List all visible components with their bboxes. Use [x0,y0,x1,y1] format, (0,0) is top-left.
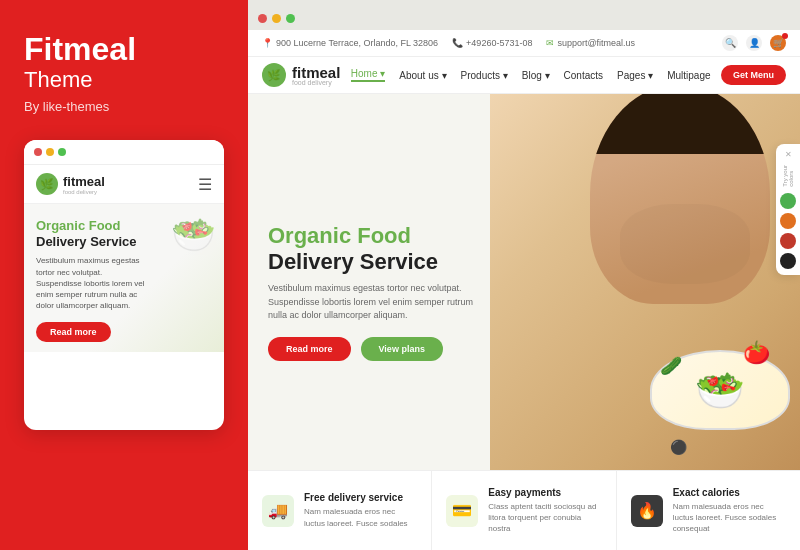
hero-image-area: 🥗 🍅 🥒 ⚫ [490,94,800,470]
hamburger-icon[interactable]: ☰ [198,175,212,194]
strip-calories: 🔥 Exact calories Nam malesuada eros nec … [617,471,800,550]
swatch-label: Try yourcolors [782,165,794,187]
swatch-dark[interactable] [780,253,796,269]
site-bottom-strips: 🚚 Free delivery service Nam malesuada er… [248,470,800,550]
mobile-dots [34,148,66,156]
mobile-header: 🌿 fitmeal food delivery ☰ [24,165,224,204]
read-more-button[interactable]: Read more [268,337,351,361]
mobile-hero-desc: Vestibulum maximus egestas tortor nec vo… [36,255,146,311]
topbar-left: 📍 900 Lucerne Terrace, Orlando, FL 32806… [262,38,635,48]
browser-dot-green [286,14,295,23]
browser-chrome [248,0,800,30]
user-icon[interactable]: 👤 [746,35,762,51]
mobile-logo-text: fitmeal [63,174,105,189]
mobile-read-more-button[interactable]: Read more [36,322,111,342]
cart-icon[interactable]: 🛒 [770,35,786,51]
topbar-address: 📍 900 Lucerne Terrace, Orlando, FL 32806 [262,38,438,48]
search-icon[interactable]: 🔍 [722,35,738,51]
site-nav: 🌿 fitmeal food delivery Home ▾ About us … [248,57,800,94]
calories-icon: 🔥 [631,495,663,527]
pin-icon: 📍 [262,38,273,48]
nav-logo-icon: 🌿 [262,63,286,87]
mobile-logo-wrap: 🌿 fitmeal food delivery [36,173,105,195]
mobile-dot-red [34,148,42,156]
nav-link-products[interactable]: Products ▾ [461,70,508,81]
theme-by: By like-themes [24,99,224,114]
strip-delivery: 🚚 Free delivery service Nam malesuada er… [248,471,432,550]
nav-link-blog[interactable]: Blog ▾ [522,70,550,81]
site-hero: Organic Food Delivery Service Vestibulum… [248,94,800,470]
mobile-dot-yellow [46,148,54,156]
swatch-green[interactable] [780,193,796,209]
nav-link-pages[interactable]: Pages ▾ [617,70,653,81]
strip-delivery-text: Free delivery service Nam malesuada eros… [304,492,417,528]
browser-dot-yellow [272,14,281,23]
nav-link-contacts[interactable]: Contacts [564,70,603,81]
right-panel: 📍 900 Lucerne Terrace, Orlando, FL 32806… [248,0,800,550]
mobile-top-bar [24,140,224,165]
topbar-phone: 📞 +49260-5731-08 [452,38,532,48]
nav-logo: 🌿 fitmeal food delivery [262,63,340,87]
theme-title: Fitmeal [24,32,224,67]
mobile-veggie-icon: 🥗 [171,214,216,256]
nav-link-about[interactable]: About us ▾ [399,70,446,81]
phone-icon: 📞 [452,38,463,48]
mobile-mockup: 🌿 fitmeal food delivery ☰ Organic Food D… [24,140,224,430]
hero-description: Vestibulum maximus egestas tortor nec vo… [268,282,488,323]
theme-subtitle: Theme [24,67,224,93]
nav-link-multipage[interactable]: Multipage [667,70,710,81]
swatch-red[interactable] [780,233,796,249]
nav-links: Home ▾ About us ▾ Products ▾ Blog ▾ Cont… [351,68,711,82]
cart-notification-dot [782,33,788,39]
hero-title1: Organic Food [268,223,488,248]
nav-link-home[interactable]: Home ▾ [351,68,385,82]
strip-payments-text: Easy payments Class aptent taciti socios… [488,487,601,535]
delivery-icon: 🚚 [262,495,294,527]
mail-icon: ✉ [546,38,554,48]
mobile-logo-icon: 🌿 [36,173,58,195]
topbar-email: ✉ support@fitmeal.us [546,38,635,48]
strip-delivery-desc: Nam malesuada eros nec luctus laoreet. F… [304,506,417,528]
strip-payments: 💳 Easy payments Class aptent taciti soci… [432,471,616,550]
swatch-close-icon[interactable]: ✕ [780,150,796,159]
hero-content: Organic Food Delivery Service Vestibulum… [248,203,508,360]
hero-buttons: Read more View plans [268,337,488,361]
strip-calories-desc: Nam malesuada eros nec luctus laoreet. F… [673,501,786,535]
strip-payments-title: Easy payments [488,487,601,498]
swatch-orange[interactable] [780,213,796,229]
strip-calories-text: Exact calories Nam malesuada eros nec lu… [673,487,786,535]
mobile-dot-green [58,148,66,156]
site-topbar: 📍 900 Lucerne Terrace, Orlando, FL 32806… [248,30,800,57]
topbar-icons: 🔍 👤 🛒 [722,35,786,51]
payments-icon: 💳 [446,495,478,527]
mobile-hero: Organic Food Delivery Service Vestibulum… [24,204,224,352]
salad-decoration: 🥗 🍅 🥒 ⚫ [650,350,790,460]
hero-title2: Delivery Service [268,249,488,274]
strip-payments-desc: Class aptent taciti sociosqu ad litora t… [488,501,601,535]
strip-delivery-title: Free delivery service [304,492,417,503]
mobile-logo-sub: food delivery [63,189,105,195]
browser-dot-red [258,14,267,23]
view-plans-button[interactable]: View plans [361,337,443,361]
strip-calories-title: Exact calories [673,487,786,498]
left-panel: Fitmeal Theme By like-themes 🌿 fitmeal f… [0,0,248,550]
get-menu-button[interactable]: Get Menu [721,65,786,85]
color-swatch-panel: ✕ Try yourcolors [776,144,800,275]
